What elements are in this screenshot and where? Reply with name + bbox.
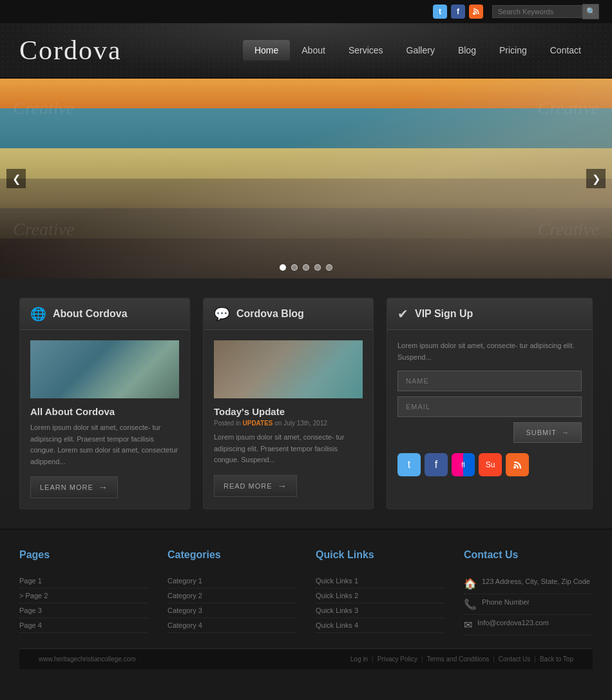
chat-icon: 💬 [214, 306, 230, 322]
footer-category-3[interactable]: Category 3 [167, 603, 296, 618]
vip-panel-body: Lorem ipsum dolor sit amet, consecte- tu… [387, 330, 592, 487]
nav-home[interactable]: Home [243, 40, 290, 61]
blog-meta: Posted in UPDATES on July 13th, 2012 [214, 420, 363, 427]
read-more-button[interactable]: READ MORE → [214, 475, 297, 497]
footer-pages-col: Pages Page 1 > Page 2 Page 3 Page 4 [19, 549, 148, 636]
arrow-icon: → [278, 481, 287, 491]
about-panel-header: 🌐 About Cordova [20, 298, 189, 330]
vip-panel-header: ✔ VIP Sign Up [387, 298, 592, 330]
search-input[interactable] [492, 5, 582, 18]
nav-services[interactable]: Services [337, 40, 395, 61]
arrow-icon: → [99, 482, 108, 492]
slider-dots [280, 264, 332, 271]
footer-quicklink-2[interactable]: Quick Links 2 [316, 588, 445, 603]
footer-pages-title: Pages [19, 549, 148, 565]
watermark-3: Creative [13, 219, 74, 240]
nav-contact[interactable]: Contact [539, 40, 593, 61]
nav-about[interactable]: About [290, 40, 337, 61]
slider-next-button[interactable]: ❯ [586, 169, 606, 188]
footer-categories-title: Categories [167, 549, 296, 565]
footer-quicklink-1[interactable]: Quick Links 1 [316, 574, 445, 588]
footer-page-2[interactable]: > Page 2 [19, 588, 148, 603]
about-thumbnail [30, 340, 179, 398]
vip-panel: ✔ VIP Sign Up Lorem ipsum dolor sit amet… [387, 298, 593, 509]
vip-submit-button[interactable]: SUBMIT → [513, 422, 582, 443]
search-button[interactable]: 🔍 [582, 4, 599, 19]
vip-flickr-icon[interactable]: fl [452, 453, 475, 476]
slider-dot-3[interactable] [303, 264, 309, 271]
footer-contact-email: ✉ Info@cordova123.com [464, 615, 593, 636]
footer-quicklink-4[interactable]: Quick Links 4 [316, 618, 445, 633]
footer-terms-link[interactable]: Terms and Conditions [427, 656, 490, 663]
footer-quicklinks-title: Quick Links [316, 549, 445, 565]
nav: Home About Services Gallery Blog Pricing… [243, 40, 593, 61]
vip-stumbleupon-icon[interactable]: Su [479, 453, 502, 476]
blog-panel-header: 💬 Cordova Blog [204, 298, 373, 330]
about-panel-title: About Cordova [53, 308, 128, 320]
vip-socials: t f fl Su [397, 453, 582, 476]
about-panel-body: All About Cordova Lorem ipsum dolor sit … [20, 330, 189, 509]
footer-contact-phone: 📞 Phone Number [464, 594, 593, 615]
footer-contact-address: 🏠 123 Address, City, State, Zip Code [464, 574, 593, 594]
footer-backtotop-link[interactable]: Back to Top [540, 656, 573, 663]
svg-point-0 [473, 12, 475, 15]
footer-contact-link[interactable]: Contact Us [499, 656, 530, 663]
rss-icon-small[interactable] [469, 5, 483, 19]
footer-contact-col: Contact Us 🏠 123 Address, City, State, Z… [464, 549, 593, 636]
footer-login-link[interactable]: Log in [350, 656, 368, 663]
footer-grid: Pages Page 1 > Page 2 Page 3 Page 4 Cate… [19, 549, 593, 648]
updates-tag: UPDATES [242, 420, 273, 427]
footer-page-1[interactable]: Page 1 [19, 574, 148, 588]
footer-category-4[interactable]: Category 4 [167, 618, 296, 633]
vip-facebook-icon[interactable]: f [425, 453, 448, 476]
top-bar: t f 🔍 [0, 0, 612, 23]
footer-categories-col: Categories Category 1 Category 2 Categor… [167, 549, 296, 636]
footer-url: www.heritagechristiancollege.com [39, 656, 136, 663]
slider-dot-4[interactable] [314, 264, 321, 271]
hero-image: Creative Creative Creative Creative [0, 79, 612, 278]
vip-rss-icon[interactable] [506, 453, 529, 476]
slider-dot-2[interactable] [291, 264, 298, 271]
logo: Cordova [19, 35, 122, 66]
twitter-icon-small[interactable]: t [433, 5, 447, 19]
slider-dot-1[interactable] [280, 264, 286, 271]
header: Cordova Home About Services Gallery Blog… [0, 23, 612, 79]
svg-point-1 [513, 466, 516, 469]
footer-privacy-link[interactable]: Privacy Policy [378, 656, 417, 663]
footer-quicklinks-col: Quick Links Quick Links 1 Quick Links 2 … [316, 549, 445, 636]
hero-slider: Creative Creative Creative Creative ❮ ❯ [0, 79, 612, 278]
email-icon: ✉ [464, 619, 472, 631]
nav-pricing[interactable]: Pricing [488, 40, 539, 61]
footer-quicklink-3[interactable]: Quick Links 3 [316, 603, 445, 618]
nav-blog[interactable]: Blog [446, 40, 488, 61]
facebook-icon-small[interactable]: f [451, 5, 465, 19]
vip-name-input[interactable] [397, 371, 582, 391]
slider-dot-5[interactable] [326, 264, 332, 271]
slider-prev-button[interactable]: ❮ [6, 169, 26, 188]
vip-panel-title: VIP Sign Up [415, 308, 473, 320]
footer-category-1[interactable]: Category 1 [167, 574, 296, 588]
nav-gallery[interactable]: Gallery [395, 40, 446, 61]
content-section: 🌐 About Cordova All About Cordova Lorem … [0, 278, 612, 529]
footer-category-2[interactable]: Category 2 [167, 588, 296, 603]
arrow-icon: → [562, 429, 569, 436]
phone-icon: 📞 [464, 598, 477, 610]
blog-panel-body: Today's Update Posted in UPDATES on July… [204, 330, 373, 507]
globe-icon: 🌐 [30, 306, 46, 322]
home-icon: 🏠 [464, 578, 477, 590]
vip-email-input[interactable] [397, 396, 582, 417]
footer-page-3[interactable]: Page 3 [19, 603, 148, 618]
learn-more-button[interactable]: LEARN MORE → [30, 476, 118, 498]
about-article-title: All About Cordova [30, 406, 179, 417]
checkmark-icon: ✔ [397, 306, 408, 322]
blog-panel: 💬 Cordova Blog Today's Update Posted in … [203, 298, 374, 509]
about-panel: 🌐 About Cordova All About Cordova Lorem … [19, 298, 190, 509]
search-bar: 🔍 [492, 4, 599, 19]
footer: Pages Page 1 > Page 2 Page 3 Page 4 Cate… [0, 529, 612, 669]
blog-article-title: Today's Update [214, 406, 363, 417]
blog-thumbnail [214, 340, 363, 398]
vip-twitter-icon[interactable]: t [397, 453, 421, 476]
vip-submit-row: SUBMIT → [397, 422, 582, 443]
footer-bottom: www.heritagechristiancollege.com Log in … [19, 648, 593, 669]
footer-page-4[interactable]: Page 4 [19, 618, 148, 633]
